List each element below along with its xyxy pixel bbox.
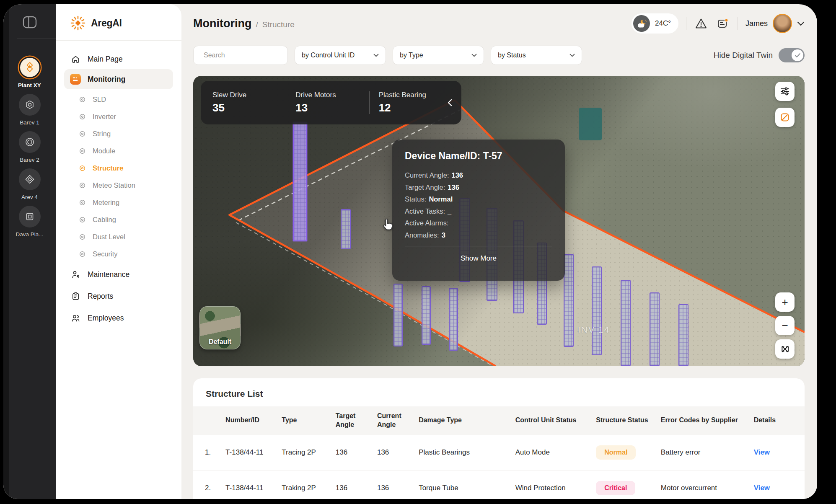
sidebar-toggle-icon[interactable] bbox=[21, 13, 39, 31]
plant-label: Barev 2 bbox=[20, 157, 39, 163]
plant-item-arev-4[interactable]: Arev 4 bbox=[7, 168, 53, 200]
sub-item-label: Cabling bbox=[93, 216, 116, 224]
breadcrumb: Monitoring / Structure bbox=[193, 17, 295, 30]
structure-panel[interactable] bbox=[393, 284, 403, 346]
sidebar-item-structure[interactable]: Structure bbox=[64, 160, 173, 177]
col-error-codes: Error Codes by Supplier bbox=[657, 406, 750, 435]
weather-icon bbox=[633, 15, 650, 32]
chevron-down-icon bbox=[373, 54, 379, 57]
structure-panel[interactable] bbox=[341, 209, 351, 249]
notifications-button[interactable] bbox=[716, 16, 730, 31]
cell-control-unit-status: Auto Mode bbox=[511, 435, 592, 470]
damage-stats-bar: Slew Drive 35 Drive Motors 13 Plastic Be… bbox=[201, 81, 461, 124]
sidebar-item-label: Employees bbox=[88, 314, 124, 323]
cell-structure-status: Critical bbox=[592, 470, 657, 499]
type-dropdown[interactable]: by Type bbox=[393, 46, 484, 65]
sidebar-item-sld[interactable]: SLD bbox=[64, 91, 173, 108]
sidebar-item-metering[interactable]: Metering bbox=[64, 194, 173, 211]
zoom-in-button[interactable]: + bbox=[775, 292, 795, 312]
slashed-square-icon bbox=[779, 112, 790, 123]
user-menu[interactable]: James bbox=[745, 14, 805, 33]
sidebar-item-security[interactable]: Security bbox=[64, 246, 173, 263]
view-details-link[interactable]: View bbox=[754, 448, 770, 456]
sidebar-item-main-page[interactable]: Main Page bbox=[64, 49, 173, 69]
sub-item-label: SLD bbox=[93, 96, 106, 103]
avatar bbox=[773, 14, 792, 33]
plant-xy-icon bbox=[19, 57, 41, 78]
main-content: Monitoring / Structure 24C° bbox=[181, 4, 817, 499]
fullscreen-button[interactable] bbox=[775, 339, 795, 359]
chevron-down-icon bbox=[471, 54, 477, 57]
structure-panel-selected[interactable] bbox=[293, 122, 307, 241]
weather-widget: 24C° bbox=[632, 13, 678, 34]
stat-plastic-bearing: Plastic Bearing 12 bbox=[379, 91, 443, 114]
show-more-button[interactable]: Show More bbox=[405, 246, 552, 271]
cell-damage-type: Torque Tube bbox=[414, 470, 511, 499]
brand-logo[interactable]: AregAI bbox=[56, 4, 181, 40]
structure-panel[interactable] bbox=[592, 266, 602, 355]
cell-structure-status: Normal bbox=[592, 435, 657, 470]
sidebar-item-module[interactable]: Module bbox=[64, 142, 173, 160]
status-dropdown[interactable]: by Status bbox=[491, 46, 582, 65]
sidebar-item-label: Monitoring bbox=[88, 75, 125, 84]
structure-panel[interactable] bbox=[650, 292, 660, 366]
collapse-chevron-icon[interactable] bbox=[443, 99, 457, 106]
brand-name: AregAI bbox=[91, 18, 122, 29]
sub-item-label: Module bbox=[93, 147, 115, 155]
search-input[interactable] bbox=[204, 52, 290, 59]
dropdown-value: by Status bbox=[498, 52, 526, 59]
sidebar-item-meteo-station[interactable]: Meteo Station bbox=[64, 177, 173, 194]
cell-current-angle: 136 bbox=[373, 435, 414, 470]
tooltip-row: Active Alarms:_ bbox=[405, 217, 552, 229]
sub-item-label: Meteo Station bbox=[93, 181, 135, 189]
plant-item-barev-2[interactable]: Barev 2 bbox=[7, 131, 53, 163]
structure-panel[interactable] bbox=[564, 254, 574, 347]
structure-panel[interactable] bbox=[678, 304, 688, 366]
hand-cursor-icon bbox=[381, 217, 396, 233]
top-bar: Monitoring / Structure 24C° bbox=[193, 4, 805, 43]
structure-panel[interactable] bbox=[422, 286, 431, 345]
plant-rail: Plant XY Barev 1 Barev 2 bbox=[3, 4, 56, 499]
map-layers-button[interactable] bbox=[775, 82, 795, 101]
alerts-button[interactable] bbox=[694, 16, 708, 31]
map-view-thumbnail[interactable]: Default bbox=[199, 306, 241, 349]
cell-number-id: T-138/44-11 bbox=[221, 470, 277, 499]
search-input-wrapper[interactable] bbox=[193, 46, 288, 65]
sunburst-logo-icon bbox=[70, 15, 86, 31]
digital-twin-map[interactable]: INV 14 Slew Drive 35 Drive Motors 13 Pla… bbox=[193, 76, 805, 366]
cell-number-id: T-138/44-11 bbox=[221, 435, 277, 470]
zoom-out-button[interactable]: − bbox=[775, 316, 795, 335]
inverter-zone-label: INV 14 bbox=[578, 325, 610, 335]
stat-label: Plastic Bearing bbox=[379, 91, 443, 99]
sidebar-item-monitoring[interactable]: Monitoring bbox=[64, 69, 173, 89]
sidebar-item-maintenance[interactable]: Maintenance bbox=[64, 264, 173, 285]
bullseye-icon bbox=[79, 96, 85, 103]
sidebar-item-string[interactable]: String bbox=[64, 125, 173, 142]
tooltip-label: Target Angle: bbox=[405, 184, 445, 191]
plant-item-plant-xy[interactable]: Plant XY bbox=[7, 57, 53, 88]
sidebar-item-reports[interactable]: Reports bbox=[64, 285, 173, 307]
structure-panel[interactable] bbox=[449, 288, 458, 351]
draw-area-button[interactable] bbox=[775, 108, 795, 127]
cell-error-code: Motor overcurrent bbox=[657, 470, 750, 499]
divider bbox=[286, 91, 286, 114]
reports-icon bbox=[70, 292, 81, 301]
digital-twin-toggle[interactable] bbox=[779, 48, 805, 62]
sidebar-item-inverter[interactable]: Inverter bbox=[64, 108, 173, 125]
plant-item-barev-1[interactable]: Barev 1 bbox=[7, 94, 53, 126]
tooltip-value: 136 bbox=[448, 184, 459, 191]
user-name: James bbox=[745, 19, 768, 28]
sidebar-item-employees[interactable]: Employees bbox=[64, 307, 173, 329]
view-details-link[interactable]: View bbox=[754, 484, 770, 492]
plant-item-dava-plant[interactable]: Dava Pla... bbox=[7, 206, 53, 238]
stat-value: 35 bbox=[212, 101, 277, 114]
control-unit-dropdown[interactable]: by Control Unit ID bbox=[295, 46, 386, 65]
structure-panel[interactable] bbox=[621, 280, 631, 366]
sidebar-item-dust-level[interactable]: Dust Level bbox=[64, 228, 173, 246]
sidebar-item-cabling[interactable]: Cabling bbox=[64, 211, 173, 228]
sub-item-label: Metering bbox=[93, 199, 119, 207]
top-bar-actions: 24C° bbox=[632, 13, 805, 34]
col-structure-status: Structure Status bbox=[592, 406, 657, 435]
chevron-down-icon bbox=[797, 21, 805, 26]
nav-sidebar: AregAI Main Page bbox=[56, 4, 181, 499]
